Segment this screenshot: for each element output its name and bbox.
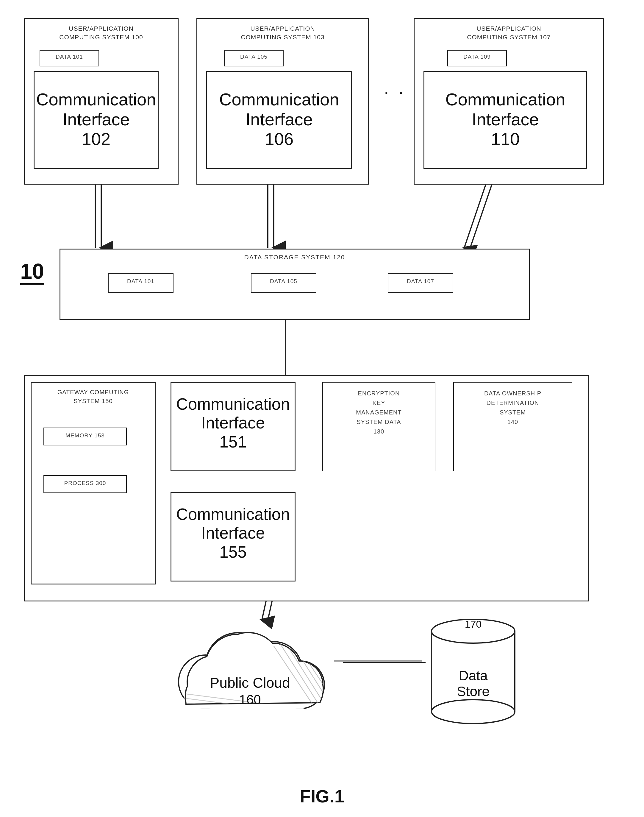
comm151-box: CommunicationInterface151 <box>170 382 296 471</box>
svg-text:170: 170 <box>465 618 482 630</box>
data-storage-box: DATA STORAGE SYSTEM 120 DATA 101 DATA 10… <box>60 249 530 320</box>
system100-label: USER/APPLICATIONCOMPUTING SYSTEM 100 <box>25 19 178 44</box>
storage-data101-box: DATA 101 <box>108 273 173 293</box>
comm155-label: CommunicationInterface155 <box>172 493 294 562</box>
system-number: 10 <box>20 261 44 285</box>
system107-box: USER/APPLICATIONCOMPUTING SYSTEM 107 DAT… <box>414 18 604 184</box>
process300-box: PROCESS 300 <box>43 475 127 493</box>
datastore-cylinder: 170 Data Store <box>426 613 521 729</box>
comm106-label: CommunicationInterface106 <box>207 72 351 149</box>
process300-label: PROCESS 300 <box>44 476 126 491</box>
ownership-label: DATA OWNERSHIPDETERMINATIONSYSTEM140 <box>454 382 572 433</box>
system100-box: USER/APPLICATIONCOMPUTING SYSTEM 100 DAT… <box>24 18 179 184</box>
storage-data101-label: DATA 101 <box>109 274 173 289</box>
system107-label: USER/APPLICATIONCOMPUTING SYSTEM 107 <box>414 19 603 44</box>
data101-box: DATA 101 <box>40 50 99 66</box>
comm106-box: CommunicationInterface106 <box>206 71 352 169</box>
storage-data107-box: DATA 107 <box>388 273 453 293</box>
memory153-label: MEMORY 153 <box>44 428 126 443</box>
memory153-box: MEMORY 153 <box>43 428 127 445</box>
svg-text:Store: Store <box>457 683 489 699</box>
encryption-label: ENCRYPTIONKEYMANAGEMENTSYSTEM DATA130 <box>323 382 435 442</box>
data109-box: DATA 109 <box>447 50 507 66</box>
data101-label: DATA 101 <box>40 51 98 63</box>
storage-data105-label: DATA 105 <box>251 274 316 289</box>
data109-label: DATA 109 <box>448 51 506 63</box>
fig-label: FIG.1 <box>300 786 344 787</box>
svg-text:Public Cloud: Public Cloud <box>210 675 290 691</box>
svg-point-33 <box>431 700 515 723</box>
svg-text:Data: Data <box>458 668 488 683</box>
comm155-box: CommunicationInterface155 <box>170 492 296 582</box>
gateway-label: GATEWAY COMPUTINGSYSTEM 150 <box>32 383 155 408</box>
fig-title-text: FIG.1 <box>300 786 344 806</box>
system103-box: USER/APPLICATIONCOMPUTING SYSTEM 103 DAT… <box>196 18 369 184</box>
encryption-box: ENCRYPTIONKEYMANAGEMENTSYSTEM DATA130 <box>322 382 435 471</box>
system103-label: USER/APPLICATIONCOMPUTING SYSTEM 103 <box>197 19 368 44</box>
cloud-container: Public Cloud 160 <box>158 619 342 720</box>
gateway-outer-box: GATEWAY COMPUTINGSYSTEM 150 MEMORY 153 P… <box>24 375 589 602</box>
cylinder-svg: 170 Data Store <box>426 613 521 729</box>
storage-data105-box: DATA 105 <box>251 273 316 293</box>
data105-label-top: DATA 105 <box>225 51 283 63</box>
comm110-label: CommunicationInterface110 <box>425 72 586 149</box>
data105-box-top: DATA 105 <box>224 50 284 66</box>
gateway-inner-box: GATEWAY COMPUTINGSYSTEM 150 MEMORY 153 P… <box>31 382 156 585</box>
comm102-box: CommunicationInterface102 <box>34 71 159 169</box>
storage-data107-label: DATA 107 <box>388 274 452 289</box>
comm110-box: CommunicationInterface110 <box>423 71 587 169</box>
diagram: USER/APPLICATIONCOMPUTING SYSTEM 100 DAT… <box>0 0 644 817</box>
cloud-svg: Public Cloud 160 <box>158 619 342 720</box>
comm151-label: CommunicationInterface151 <box>172 383 294 452</box>
data-storage-label: DATA STORAGE SYSTEM 120 <box>60 249 529 264</box>
comm102-label: CommunicationInterface102 <box>35 72 158 149</box>
ownership-box: DATA OWNERSHIPDETERMINATIONSYSTEM140 <box>453 382 572 471</box>
svg-text:160: 160 <box>239 692 261 707</box>
